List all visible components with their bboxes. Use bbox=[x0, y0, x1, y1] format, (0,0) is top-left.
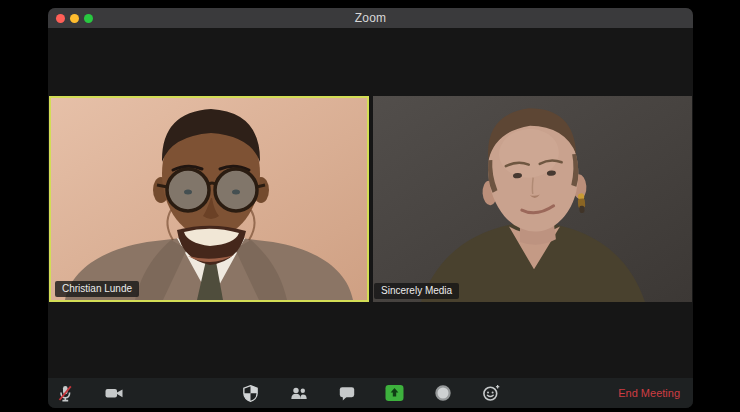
participant-video-feed bbox=[373, 96, 692, 302]
video-camera-icon bbox=[104, 383, 124, 403]
microphone-muted-icon bbox=[55, 383, 75, 403]
zoom-window: Zoom bbox=[48, 8, 693, 408]
participants-icon bbox=[289, 383, 309, 403]
close-button[interactable] bbox=[56, 14, 65, 23]
minimize-button[interactable] bbox=[70, 14, 79, 23]
window-title: Zoom bbox=[48, 11, 693, 25]
record-button[interactable] bbox=[431, 381, 455, 405]
participant-name-label: Christian Lunde bbox=[55, 281, 139, 297]
window-titlebar[interactable]: Zoom bbox=[48, 8, 693, 28]
security-button[interactable] bbox=[239, 381, 263, 405]
reactions-icon bbox=[481, 383, 501, 403]
toolbar-left-group bbox=[53, 378, 126, 408]
chat-button[interactable] bbox=[335, 381, 359, 405]
share-screen-icon bbox=[385, 384, 404, 402]
video-tile-sincerely-media[interactable]: Sincerely Media bbox=[373, 96, 692, 302]
video-tile-christian-lunde[interactable]: Christian Lunde bbox=[49, 96, 369, 302]
participant-name-label: Sincerely Media bbox=[374, 283, 459, 299]
meeting-toolbar: End Meeting bbox=[48, 378, 693, 408]
participant-video-feed bbox=[51, 98, 367, 300]
fullscreen-button[interactable] bbox=[84, 14, 93, 23]
end-meeting-button[interactable]: End Meeting bbox=[618, 378, 680, 408]
mute-button[interactable] bbox=[53, 381, 77, 405]
traffic-lights bbox=[48, 8, 93, 28]
start-video-button[interactable] bbox=[102, 381, 126, 405]
record-icon bbox=[433, 383, 453, 403]
share-screen-button[interactable] bbox=[383, 381, 407, 405]
reactions-button[interactable] bbox=[479, 381, 503, 405]
shield-icon bbox=[241, 384, 260, 403]
toolbar-center-group bbox=[239, 378, 503, 408]
chat-bubble-icon bbox=[337, 383, 357, 403]
participants-button[interactable] bbox=[287, 381, 311, 405]
screenshot-stage: Zoom bbox=[0, 0, 740, 412]
